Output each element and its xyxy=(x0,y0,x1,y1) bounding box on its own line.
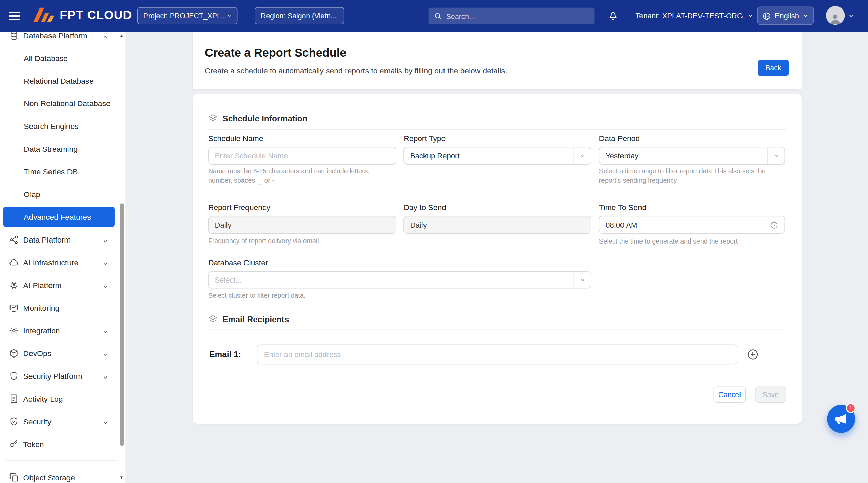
chevron-down-icon xyxy=(767,147,785,164)
data-period-value: Yesterday xyxy=(599,152,638,160)
clock-icon xyxy=(770,221,778,229)
sidebar-item-security-platform[interactable]: Security Platform xyxy=(0,364,122,387)
sidebar-item-data-streaming[interactable]: Data Streaming xyxy=(0,137,122,160)
tenant-label: Tenant: XPLAT-DEV-TEST-ORG xyxy=(635,12,743,20)
back-button[interactable]: Back xyxy=(758,60,789,76)
report-frequency-hint: Frequency of report delivery via email. xyxy=(208,236,395,246)
data-period-label: Data Period xyxy=(599,134,640,143)
chevron-down-icon xyxy=(102,350,108,359)
section-divider xyxy=(208,129,786,130)
hamburger-menu-icon[interactable] xyxy=(9,12,20,20)
sidebar-item-monitoring[interactable]: Monitoring xyxy=(0,296,122,319)
page-header-card: Create a Report Schedule Create a schedu… xyxy=(193,32,802,89)
email-1-input[interactable] xyxy=(257,345,737,365)
chevron-down-icon xyxy=(747,13,753,19)
fpt-cloud-logo[interactable]: FPT CLOUD xyxy=(32,7,132,23)
chevron-down-icon xyxy=(803,13,809,19)
chevron-down-icon xyxy=(102,328,108,336)
plus-circle-icon xyxy=(747,348,759,361)
section-title: Email Recipients xyxy=(222,314,289,324)
sidebar-scrollbar-up-arrow[interactable]: ▲ xyxy=(118,33,124,39)
search-input[interactable] xyxy=(446,12,589,20)
account-menu[interactable] xyxy=(826,6,854,25)
report-frequency-label: Report Frequency xyxy=(208,203,270,212)
page-subtitle: Create a schedule to automatically send … xyxy=(205,66,507,75)
ai-platform-icon xyxy=(9,280,19,290)
chevron-up-icon xyxy=(102,33,108,41)
megaphone-icon xyxy=(834,412,848,426)
sidebar-item-ai-infrastructure[interactable]: AI Infrastructure xyxy=(0,251,122,274)
data-platform-icon xyxy=(9,234,19,244)
report-type-select[interactable]: Backup Report xyxy=(403,147,591,165)
sidebar-item-activity-log[interactable]: Activity Log xyxy=(0,387,122,410)
database-cluster-select[interactable]: Select... xyxy=(208,271,591,289)
project-selector-label: Project: PROJECT_XPL... xyxy=(143,12,227,20)
sidebar-item-object-storage[interactable]: Object Storage xyxy=(0,466,122,483)
section-schedule-information: Schedule Information xyxy=(208,114,308,123)
sidebar-item-security[interactable]: Security xyxy=(0,410,122,432)
activity-log-icon xyxy=(9,393,19,403)
chevron-down-icon xyxy=(227,13,231,19)
layers-icon xyxy=(208,314,218,324)
project-selector[interactable]: Project: PROJECT_XPL... xyxy=(137,7,238,24)
security-icon xyxy=(9,416,19,426)
sidebar-item-relational-database[interactable]: Relational Database xyxy=(0,69,122,92)
monitoring-icon xyxy=(9,303,19,312)
time-to-send-label: Time To Send xyxy=(599,203,647,212)
cancel-button[interactable]: Cancel xyxy=(713,387,746,403)
sidebar-item-non-relational-database[interactable]: Non-Relational Database xyxy=(0,92,122,115)
sidebar-item-token[interactable]: Token xyxy=(0,432,122,455)
global-search xyxy=(429,8,595,24)
ai-infrastructure-icon xyxy=(9,257,19,267)
sidebar-item-ai-platform[interactable]: AI Platform xyxy=(0,274,122,296)
active-item-highlight: Advanced Features xyxy=(3,207,115,227)
chevron-down-icon xyxy=(102,418,108,427)
sidebar: Database Platform All Database Relationa… xyxy=(0,32,126,483)
schedule-name-hint: Name must be 6-25 characters and can inc… xyxy=(208,167,382,186)
section-title: Schedule Information xyxy=(222,114,307,123)
fpt-logo-mark-icon xyxy=(32,7,56,23)
sidebar-scrollbar-thumb[interactable] xyxy=(120,203,124,446)
chevron-down-icon xyxy=(102,282,108,291)
sidebar-scrollbar-down-arrow[interactable]: ▼ xyxy=(118,475,124,481)
bell-icon xyxy=(607,9,619,22)
region-selector-label: Region: Saigon (Vietn... xyxy=(261,12,337,20)
data-period-select[interactable]: Yesterday xyxy=(599,147,785,165)
sidebar-item-time-series-db[interactable]: Time Series DB xyxy=(0,160,122,183)
chevron-down-icon xyxy=(102,237,108,246)
search-icon xyxy=(434,12,442,20)
sidebar-group-label: Database Platform xyxy=(23,32,87,40)
tenant-selector[interactable]: Tenant: XPLAT-DEV-TEST-ORG xyxy=(635,0,753,32)
region-selector[interactable]: Region: Saigon (Vietn... xyxy=(255,7,344,24)
chevron-down-icon xyxy=(848,13,854,19)
database-cluster-placeholder: Select... xyxy=(209,276,242,284)
language-selector[interactable]: English xyxy=(757,7,814,25)
database-cluster-hint: Select cluster to filter report data. xyxy=(208,291,395,301)
database-icon xyxy=(9,32,19,40)
sidebar-item-olap[interactable]: Olap xyxy=(0,183,122,206)
sidebar-item-advanced-features[interactable]: Advanced Features xyxy=(0,206,122,228)
report-schedule-form-card: Schedule Information Schedule Name Name … xyxy=(193,94,802,424)
chevron-down-icon xyxy=(573,147,591,164)
day-to-send-label: Day to Send xyxy=(403,203,446,212)
schedule-name-input[interactable] xyxy=(208,147,396,165)
report-type-value: Backup Report xyxy=(404,152,460,160)
notification-badge: 1 xyxy=(846,403,856,413)
notifications-button[interactable] xyxy=(607,9,619,24)
sidebar-item-search-engines[interactable]: Search Engines xyxy=(0,115,122,137)
save-button[interactable]: Save xyxy=(755,387,786,403)
sidebar-group-database-platform[interactable]: Database Platform xyxy=(0,32,122,46)
report-frequency-input: Daily xyxy=(208,216,396,234)
avatar-person-icon xyxy=(829,12,842,25)
time-to-send-input[interactable]: 08:00 AM xyxy=(599,216,785,234)
sidebar-item-data-platform[interactable]: Data Platform xyxy=(0,228,122,251)
globe-icon xyxy=(763,11,771,20)
add-email-button[interactable] xyxy=(747,348,759,361)
sidebar-item-all-database[interactable]: All Database xyxy=(0,46,122,69)
sidebar-item-integration[interactable]: Integration xyxy=(0,319,122,342)
layers-icon xyxy=(208,114,218,123)
database-cluster-label: Database Cluster xyxy=(208,258,268,267)
report-type-label: Report Type xyxy=(403,134,446,143)
sidebar-item-devops[interactable]: DevOps xyxy=(0,342,122,364)
token-icon xyxy=(9,439,19,449)
